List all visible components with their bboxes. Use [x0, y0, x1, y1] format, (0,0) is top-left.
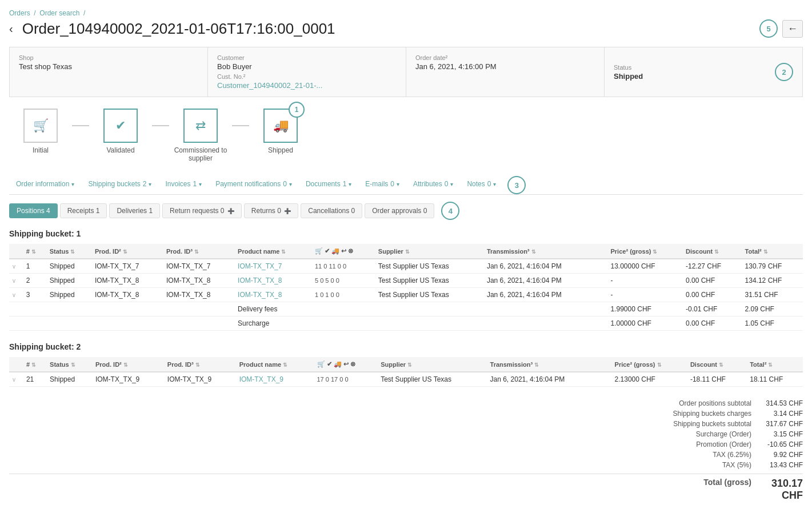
expand-cell[interactable]: v [9, 259, 23, 274]
col-prod-id2[interactable]: Prod. ID² ⇅ [91, 244, 163, 259]
shipping-bucket-2-body: v 21 Shipped IOM-TX_TX_9 IOM-TX_TX_9 IOM… [9, 372, 803, 387]
status-label: Status [614, 64, 643, 71]
breadcrumb-order-search[interactable]: Order search [39, 9, 79, 17]
spacer-cell [598, 288, 607, 302]
col-num[interactable]: # ⇅ [23, 357, 46, 372]
expand-cell[interactable] [9, 316, 23, 331]
product-name-cell[interactable]: IOM-TX_TX_8 [234, 274, 311, 288]
header-badge-5[interactable]: 5 [759, 19, 778, 38]
workflow-active-badge: 1 [289, 102, 305, 118]
product-name-cell[interactable]: IOM-TX_TX_7 [234, 259, 311, 274]
sub-tab-receipts[interactable]: Receipts 1 [60, 203, 107, 218]
product-name-cell[interactable]: IOM-TX_TX_8 [234, 288, 311, 302]
sub-tab-positions[interactable]: Positions 4 [9, 203, 58, 218]
col-product-name[interactable]: Product name ⇅ [234, 244, 311, 259]
col-status[interactable]: Status ⇅ [46, 357, 92, 372]
totals-surcharge: Surcharge (Order) 3.15 CHF [9, 429, 803, 439]
info-bar: Shop Test shop Texas Customer Bob Buyer … [9, 47, 803, 97]
icons-cell [311, 316, 375, 331]
cust-no-value[interactable]: Customer_104940002_21-01-... [217, 81, 397, 90]
breadcrumb-orders[interactable]: Orders [9, 9, 30, 17]
col-transmission[interactable]: Transmission³ ⇅ [487, 357, 602, 372]
cart-icon: 🛒 [33, 118, 49, 133]
chevron-down-icon: ▾ [289, 181, 292, 187]
price-cell: 1.99000 CHF [607, 302, 683, 316]
tab-invoices[interactable]: Invoices 1 ▾ [158, 174, 209, 194]
sub-tab-returns[interactable]: Returns 0 ➕ [244, 203, 298, 218]
col-supplier[interactable]: Supplier ⇅ [375, 244, 483, 259]
col-total[interactable]: Total² ⇅ [742, 244, 803, 259]
cust-no-label: Cust. No.² [217, 73, 397, 80]
expand-cell[interactable]: v [9, 288, 23, 302]
col-price[interactable]: Price² (gross) ⇅ [607, 244, 683, 259]
col-discount[interactable]: Discount ⇅ [682, 244, 742, 259]
prod-id3-cell [163, 302, 234, 316]
num-cell: 21 [23, 372, 46, 387]
supplier-cell: Test Supplier US Texas [375, 274, 483, 288]
table-row: v 21 Shipped IOM-TX_TX_9 IOM-TX_TX_9 IOM… [9, 372, 803, 387]
spacer-cell [598, 274, 607, 288]
total-cell: 1.05 CHF [742, 316, 803, 331]
prod-id2-cell [91, 316, 163, 331]
status-badge-2[interactable]: 2 [775, 63, 793, 81]
tab-documents[interactable]: Documents 1 ▾ [299, 174, 358, 194]
col-total[interactable]: Total² ⇅ [746, 357, 803, 372]
page-header: ‹ Order_104940002_2021-01-06T17:16:00_00… [9, 19, 803, 38]
sub-tab-return-requests[interactable]: Return requests 0 ➕ [162, 203, 242, 218]
discount-cell: -0.01 CHF [682, 302, 742, 316]
expand-cell[interactable] [9, 302, 23, 316]
total-cell: 31.51 CHF [742, 288, 803, 302]
tab-payment-notifications[interactable]: Payment notifications 0 ▾ [209, 174, 299, 194]
tab-attributes[interactable]: Attributes 0 ▾ [406, 174, 460, 194]
spacer-cell [598, 316, 607, 331]
sub-tab-cancellations[interactable]: Cancellations 0 [301, 203, 362, 218]
table-row: v 2 Shipped IOM-TX_TX_8 IOM-TX_TX_8 IOM-… [9, 274, 803, 288]
col-status[interactable]: Status ⇅ [46, 244, 91, 259]
workflow-icon-initial: 🛒 [23, 109, 58, 143]
col-prod-id2[interactable]: Prod. ID² ⇅ [92, 357, 164, 372]
prod-id3-cell: IOM-TX_TX_7 [163, 259, 234, 274]
col-supplier[interactable]: Supplier ⇅ [377, 357, 486, 372]
add-return-request-icon[interactable]: ➕ [227, 208, 234, 214]
totals-shipping-subtotal: Shipping buckets subtotal 317.67 CHF [9, 419, 803, 429]
col-product-name[interactable]: Product name ⇅ [236, 357, 314, 372]
prod-id3-cell: IOM-TX_TX_9 [164, 372, 236, 387]
expand-cell[interactable]: v [9, 372, 23, 387]
add-return-icon[interactable]: ➕ [284, 208, 291, 214]
tabs-badge-3[interactable]: 3 [507, 176, 526, 194]
col-transmission[interactable]: Transmission³ ⇅ [483, 244, 598, 259]
chevron-down-icon: ▾ [199, 181, 202, 187]
tab-emails[interactable]: E-mails 0 ▾ [358, 174, 406, 194]
icons-cell [311, 302, 375, 316]
col-price[interactable]: Price² (gross) ⇅ [611, 357, 687, 372]
prod-id2-cell: IOM-TX_TX_8 [91, 288, 163, 302]
num-cell: 1 [23, 259, 46, 274]
sub-tabs-badge-4[interactable]: 4 [441, 202, 459, 220]
col-spacer [602, 357, 611, 372]
prod-id3-cell: IOM-TX_TX_8 [163, 288, 234, 302]
header-back-button[interactable]: ← [782, 20, 803, 38]
totals-label: TAX (5%) [626, 461, 751, 469]
workflow-label-shipped: Shipped [268, 146, 293, 154]
sub-tab-order-approvals[interactable]: Order approvals 0 [365, 203, 434, 218]
totals-value: 314.53 CHF [751, 399, 803, 407]
tab-notes[interactable]: Notes 0 ▾ [460, 174, 503, 194]
tab-order-information[interactable]: Order information ▾ [9, 174, 81, 194]
main-tabs: Order information ▾ Shipping buckets 2 ▾… [9, 174, 803, 195]
chevron-down-icon: ▾ [397, 181, 399, 187]
col-num[interactable]: # ⇅ [23, 244, 46, 259]
totals-tax2: TAX (5%) 13.43 CHF [9, 460, 803, 470]
transmission-cell [483, 302, 598, 316]
col-prod-id3[interactable]: Prod. ID³ ⇅ [163, 244, 234, 259]
status-cell: Shipped [46, 372, 92, 387]
col-prod-id3[interactable]: Prod. ID³ ⇅ [164, 357, 236, 372]
expand-cell[interactable]: v [9, 274, 23, 288]
chevron-down-icon: ▾ [493, 181, 496, 187]
product-name-cell[interactable]: IOM-TX_TX_9 [236, 372, 314, 387]
sub-tab-deliveries[interactable]: Deliveries 1 [109, 203, 160, 218]
back-arrow[interactable]: ‹ [9, 22, 13, 35]
workflow-label-commissioned: Commissioned to supplier [169, 146, 232, 162]
workflow-step-validated: ✔ Validated [89, 109, 152, 154]
col-discount[interactable]: Discount ⇅ [687, 357, 746, 372]
tab-shipping-buckets[interactable]: Shipping buckets 2 ▾ [81, 174, 158, 194]
